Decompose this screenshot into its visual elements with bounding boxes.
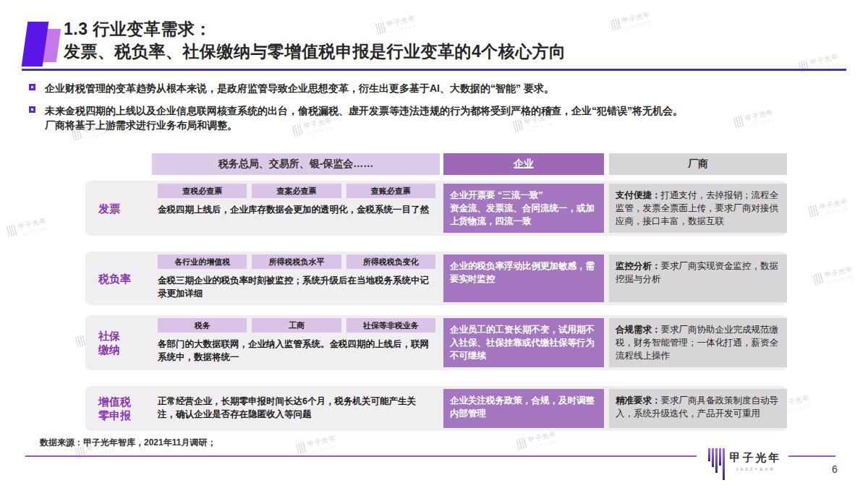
title-line-1: 1.3 行业变革需求： <box>64 18 566 40</box>
watermark-logo: 甲子光年JAZZYEAR <box>807 197 850 221</box>
footer-divider-right <box>788 455 835 457</box>
tag-group: 查税必查票 查案必查票 查账必查票 <box>158 184 435 198</box>
tag: 查账必查票 <box>346 184 435 198</box>
bullet-text: 企业财税管理的变革趋势从根本来说，是政府监管导致企业思想变革，衍生出更多基于AI… <box>45 81 554 95</box>
watermark-logo: 甲子光年JAZZYEAR <box>812 265 855 288</box>
watermark-logo: 甲子光年JAZZYEAR <box>295 434 338 458</box>
logo-subtext: JAZZYEAR <box>736 467 775 471</box>
enterprise-cell: 企业员工的工资长期不变，试用期不入社保、社保挂靠或代缴社保等行为不可继续 <box>443 318 604 367</box>
bullet-square-icon <box>29 84 35 90</box>
row-label: 社保 缴纳 <box>85 315 152 370</box>
bullet-item: 企业财税管理的变革趋势从根本来说，是政府监管导致企业思想变革，衍生出更多基于AI… <box>29 81 850 95</box>
tag: 查税必查票 <box>158 184 247 198</box>
tag: 税务 <box>158 318 247 333</box>
row-label: 发票 <box>85 181 152 236</box>
header-enterprise: 企业 <box>443 153 604 175</box>
watermark-logo: 甲子光年JAZZYEAR <box>6 216 48 240</box>
footer-divider-left <box>25 455 697 457</box>
watermark-logo: 甲子光年JAZZYEAR <box>798 52 841 76</box>
vendor-lead: 合规需求： <box>616 325 661 335</box>
enterprise-cell: 企业的税负率浮动比例更加敏感，需要实时监控 <box>443 254 604 302</box>
enterprise-cell: 企业关注税务政策，合规，及时调整内部管理 <box>443 389 604 428</box>
regulator-text: 金税三期企业的税负率时刻被监控；系统升级后在当地税务系统中记录更加详细 <box>158 274 435 300</box>
jazzyear-logo: 甲子光年 JAZZYEAR <box>705 447 785 480</box>
tag: 工商 <box>252 318 341 333</box>
tag: 所得税税负水平 <box>252 254 341 269</box>
bullet-list: 企业财税管理的变革趋势从根本来说，是政府监管导致企业思想变革，衍生出更多基于AI… <box>29 81 850 140</box>
vendor-cell: 精准要求：要求厂商具备政策制度自动导入，系统升级迭代，产品开发可重用 <box>609 389 787 428</box>
table-row-vat-zero-filing: 增值税 零申报 正常经营企业，长期零申报时间长达6个月，税务机关可能产生关注，确… <box>85 386 787 431</box>
title-underline <box>22 69 846 71</box>
regulator-text: 正常经营企业，长期零申报时间长达6个月，税务机关可能产生关注，确认企业是否存在隐… <box>158 395 435 421</box>
bullet-square-icon <box>29 106 35 113</box>
vendor-cell: 监控分析：要求厂商实现资金监控，数据挖掘与分析 <box>609 254 787 302</box>
title-line-2: 发票、税负率、社保缴纳与零增值税申报是行业变革的4个核心方向 <box>64 40 566 63</box>
header-vendor: 厂商 <box>609 153 787 175</box>
enterprise-cell: 企业开票要 “三流一致” 资金流、发票流、合同流统一，或加上货物流，四流一致 <box>443 184 604 233</box>
tag: 所得税税负变化 <box>346 254 435 269</box>
watermark-logo: 甲子光年JAZZYEAR <box>610 10 652 34</box>
regulator-text: 金税四期上线后，企业库存数据会更加的透明化，金税系统一目了然 <box>158 203 435 216</box>
vendor-lead: 支付便捷： <box>616 190 661 200</box>
watermark-logo: 甲子光年JAZZYEAR <box>516 429 558 453</box>
page-title: 1.3 行业变革需求： 发票、税负率、社保缴纳与零增值税申报是行业变革的4个核心… <box>64 18 566 63</box>
tag-group: 各行业的增值税 所得税税负水平 所得税税负变化 <box>158 254 435 269</box>
logo-name: 甲子光年 <box>730 451 782 465</box>
header-regulators: 税务总局、交易所、银-保监会…… <box>152 153 440 175</box>
row-label: 税负率 <box>85 252 152 305</box>
comparison-table: 税务总局、交易所、银-保监会…… 企业 厂商 发票 查税必查票 查案必查票 查账… <box>85 153 787 431</box>
logo-text-block: 甲子光年 JAZZYEAR <box>730 451 782 471</box>
vendor-cell: 合规需求：要求厂商协助企业完成规范缴税，财务智能管理；一体化打通，薪资全流程线上… <box>609 318 787 367</box>
tag: 社保等非税业务 <box>346 318 435 333</box>
slide: 甲子光年JAZZYEAR甲子光年JAZZYEAR甲子光年JAZZYEAR甲子光年… <box>0 0 868 488</box>
regulator-cell: 税务 工商 社保等非税业务 各部门的大数据联网，企业纳入监管系统。金税四期的上线… <box>152 315 440 370</box>
tag: 查案必查票 <box>252 184 341 198</box>
header-spacer <box>85 153 152 175</box>
page-number: 6 <box>832 463 838 475</box>
tag-group: 税务 工商 社保等非税业务 <box>158 318 435 333</box>
logo-bars-icon <box>708 448 725 480</box>
row-label: 增值税 零申报 <box>85 386 152 431</box>
tag: 各行业的增值税 <box>158 254 247 269</box>
regulator-cell: 正常经营企业，长期零申报时间长达6个月，税务机关可能产生关注，确认企业是否存在隐… <box>152 386 440 431</box>
regulator-cell: 各行业的增值税 所得税税负水平 所得税税负变化 金税三期企业的税负率时刻被监控；… <box>152 252 440 305</box>
vendor-lead: 精准要求： <box>616 395 661 406</box>
table-row-invoice: 发票 查税必查票 查案必查票 查账必查票 金税四期上线后，企业库存数据会更加的透… <box>85 181 787 236</box>
regulator-text: 各部门的大数据联网，企业纳入监管系统。金税四期的上线后，联网系统中，数据将统一 <box>158 338 435 364</box>
vendor-cell: 支付便捷：打通支付，去掉报销；流程全监管，发票全票面上传，要求厂商对接供应商，接… <box>609 184 787 233</box>
table-row-tax-rate: 税负率 各行业的增值税 所得税税负水平 所得税税负变化 金税三期企业的税负率时刻… <box>85 252 787 305</box>
data-source-note: 数据来源：甲子光年智库，2021年11月调研； <box>40 437 216 449</box>
table-header-row: 税务总局、交易所、银-保监会…… 企业 厂商 <box>85 153 787 175</box>
regulator-cell: 查税必查票 查案必查票 查账必查票 金税四期上线后，企业库存数据会更加的透明化，… <box>152 181 440 236</box>
bullet-item: 未来金税四期的上线以及企业信息联网核查系统的出台，偷税漏税、虚开发票等违法违规的… <box>29 103 850 132</box>
bullet-text: 未来金税四期的上线以及企业信息联网核查系统的出台，偷税漏税、虚开发票等违法违规的… <box>45 103 683 132</box>
vendor-lead: 监控分析： <box>616 261 661 271</box>
table-row-social-security: 社保 缴纳 税务 工商 社保等非税业务 各部门的大数据联网，企业纳入监管系统。金… <box>85 315 787 370</box>
